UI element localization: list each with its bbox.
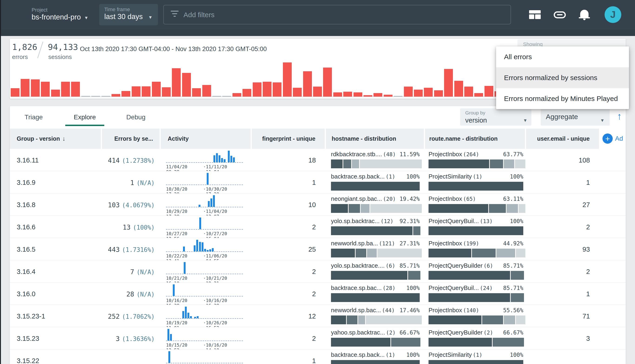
histogram-bar[interactable] [71,82,80,96]
histogram-bar[interactable] [283,62,292,96]
histogram-bar[interactable] [363,95,372,96]
table-row[interactable]: 3.15.233(1.3636%)10/15/20 12:52·10/16/20… [10,327,626,350]
menu-item-errors-normalized-by-minutes-played[interactable]: Errors normalized by Minutes Played [496,88,629,109]
histogram-bar[interactable] [192,88,201,96]
histogram-bar[interactable] [243,89,251,96]
histogram-bar[interactable] [373,93,382,96]
histogram-bar[interactable] [202,85,211,96]
histogram-bar[interactable] [21,79,30,96]
aggregate-label[interactable]: Aggregate [546,113,578,121]
histogram-bar[interactable] [112,94,120,96]
user-avatar[interactable]: J [604,6,621,23]
histogram-bar[interactable] [51,90,60,96]
group-by-value[interactable]: version [465,116,487,124]
histogram-bar[interactable] [384,95,392,96]
distribution-segment [504,160,514,168]
histogram-bar[interactable] [353,92,362,96]
menu-item-errors-normalized-by-sessions[interactable]: Errors normalized by sessions [496,67,629,88]
table-row[interactable]: 3.16.613(100%)10/27/20 12:56·10/27/20 16… [10,216,626,238]
column-header-fingerprint-unique[interactable]: fingerprint - unique [252,128,325,149]
timeframe-value[interactable]: last 30 days [104,12,143,21]
histogram-bar[interactable] [61,82,70,96]
hostname-label-row: backtrace.sp.back...(1)100% [331,351,420,359]
histogram-bar[interactable] [414,90,423,96]
tab-triage[interactable]: Triage [21,112,47,122]
table-row[interactable]: 3.15.23-1252(1.7062%)10/19/20 11:01·10/2… [10,305,626,327]
histogram-bar[interactable] [263,82,272,96]
table-row[interactable]: 3.16.11414(1.2738%)11/04/20 09:28·11/11/… [10,149,626,171]
histogram-bar[interactable] [474,93,483,96]
histogram-bar[interactable] [454,81,463,96]
histogram-bar[interactable] [424,88,433,96]
table-row[interactable]: 3.16.5443(1.7316%)10/22/20 13:41·11/06/2… [10,238,626,260]
histogram-bar[interactable] [81,96,90,96]
sort-desc-icon[interactable]: ↓ [62,135,66,142]
histogram-bar[interactable] [91,96,100,96]
histogram-bar[interactable] [132,86,141,96]
group-by-label: Group by [465,110,485,116]
errors-count: 7 [130,268,134,276]
chevron-down-icon[interactable]: ▼ [148,15,153,20]
errors-percent: (1.2738%) [122,157,155,164]
cell-activity: 10/22/20 13:41·11/06/20 04:55 [166,239,243,259]
route-name-count: (65) [463,196,476,202]
dashboard-layout-icon[interactable] [529,10,541,19]
histogram-bar[interactable] [212,96,221,96]
chevron-down-icon[interactable]: ▼ [523,118,527,123]
histogram-bar[interactable] [394,96,402,96]
hostname-cell: backtrace.sp.back...(1)100% [331,173,420,192]
histogram-bar[interactable] [182,73,191,96]
tab-debug[interactable]: Debug [123,112,149,122]
histogram-bar[interactable] [434,90,443,96]
histogram-bar[interactable] [162,87,171,96]
table-row[interactable]: 3.16.8103(4.0679%)10/29/20 17:38·11/04/2… [10,194,626,216]
table-row[interactable]: 3.16.028(N/A)10/16/20 16:38·10/16/20 16:… [10,282,626,305]
column-header-errors-by-se-[interactable]: Errors by se... [102,128,160,149]
histogram-bar[interactable] [444,69,453,96]
histogram-bar[interactable] [484,86,493,96]
histogram-bar[interactable] [233,93,241,96]
add-column-header[interactable]: + Ad [600,128,626,149]
histogram-bar[interactable] [293,88,302,96]
histogram-bar[interactable] [313,86,322,96]
histogram-bar[interactable] [122,91,130,96]
table-row[interactable]: 3.15.221backtrace.sp.back...(1)100%Proje… [10,350,626,364]
histogram-bar[interactable] [11,88,20,96]
histogram-bar[interactable] [41,82,50,96]
column-header-group-version[interactable]: Group - version↓ [10,128,101,149]
histogram-bar[interactable] [253,82,262,96]
histogram-bar[interactable] [222,96,231,96]
menu-item-all-errors[interactable]: All errors [496,46,629,67]
column-header-hostname-distribution[interactable]: hostname - distribution [326,128,424,149]
histogram-bar[interactable] [31,80,40,96]
histogram-bar[interactable] [172,68,181,96]
histogram-bar[interactable] [303,71,312,96]
histogram-bar[interactable] [102,96,110,96]
chevron-down-icon[interactable]: ▼ [84,15,89,20]
notifications-bell-icon[interactable] [580,10,588,17]
cell-errors: 13(100%) [104,224,155,231]
table-row[interactable]: 3.16.47(N/A)10/21/20 16:10·10/21/20 19:2… [10,260,626,282]
histogram-bar[interactable] [142,86,151,96]
hostname-percent: 100% [406,352,420,358]
chevron-down-icon[interactable]: ▼ [600,118,604,123]
column-header-activity[interactable]: Activity [161,128,251,149]
histogram-bar[interactable] [333,92,342,96]
tab-explore[interactable]: Explore [70,112,100,122]
add-column-plus-icon[interactable]: + [602,134,613,144]
cell-version: 3.16.5 [17,246,36,253]
add-filters-input[interactable] [163,5,511,24]
project-selector[interactable]: bs-frontend-pro [32,13,81,21]
histogram-bar[interactable] [464,86,473,96]
histogram-bar[interactable] [152,82,161,96]
histogram-bar[interactable] [404,86,413,96]
histogram-bar[interactable] [343,92,352,96]
column-header-route-name-distribution[interactable]: route.name - distribution [425,128,525,149]
histogram-bar[interactable] [273,82,282,96]
column-header-user-email-unique[interactable]: user.email - unique [526,128,599,149]
histogram-bar[interactable] [323,68,332,96]
route-name-distribution-bar [428,271,523,280]
add-filters-placeholder: Add filters [184,11,214,19]
table-row[interactable]: 3.16.91(N/A)10/30/20 17:28·10/30/20 17:2… [10,171,626,194]
scroll-to-top-icon[interactable]: ↑ [617,111,622,122]
